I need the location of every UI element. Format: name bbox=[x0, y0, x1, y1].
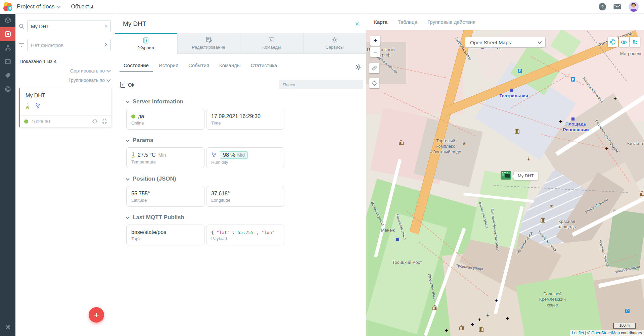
map-canvas[interactable]: P P P + + + + + + + + + + * * Охотный Ря… bbox=[366, 30, 644, 336]
clear-search-icon[interactable]: × bbox=[104, 23, 108, 29]
param-card-time: 17.09.2021 16:29:30 Time bbox=[206, 109, 284, 130]
subtab-state[interactable]: Состояние bbox=[120, 60, 153, 72]
section-mqtt: Last MQTT Publish base/state/pos Topic {… bbox=[126, 214, 285, 245]
tab-group-actions[interactable]: Групповые действия bbox=[427, 19, 475, 25]
group-by-control[interactable]: Группировать по bbox=[15, 78, 110, 83]
nav-item-hierarchy-icon[interactable] bbox=[0, 41, 15, 55]
filter-box[interactable]: Нет фильтров bbox=[27, 39, 111, 51]
help-icon[interactable]: ? bbox=[599, 3, 606, 10]
tab-table[interactable]: Таблица bbox=[398, 19, 417, 25]
group-marker-icon[interactable] bbox=[630, 37, 640, 47]
tab-journal[interactable]: Журнал bbox=[115, 33, 177, 54]
param-badge: Min bbox=[158, 152, 166, 158]
church-cross-icon: + bbox=[495, 298, 498, 303]
user-avatar[interactable] bbox=[629, 2, 639, 12]
state-icon: # bbox=[120, 82, 125, 88]
device-marker[interactable]: My DHT bbox=[500, 171, 538, 181]
map-panel: Карта Таблица Групповые действия bbox=[366, 13, 644, 336]
museum-icon bbox=[432, 307, 437, 310]
section-title: Last MQTT Publish bbox=[133, 214, 184, 221]
param-value: 27.5 °C bbox=[138, 152, 156, 158]
tab-edit[interactable]: Редактирование bbox=[177, 33, 240, 54]
section-header[interactable]: Position (JSON) bbox=[126, 176, 285, 182]
tab-label: Журнал bbox=[138, 45, 154, 50]
terminal-icon bbox=[268, 37, 275, 43]
subtabs-settings-gear-icon[interactable] bbox=[355, 64, 361, 72]
chevron-down-icon bbox=[126, 177, 129, 180]
locate-icon[interactable] bbox=[369, 78, 379, 88]
zoom-in-button[interactable]: + bbox=[370, 36, 380, 46]
tab-commands[interactable]: Команды bbox=[240, 33, 303, 54]
church-cross-icon: + bbox=[486, 312, 490, 318]
param-card-latitude: 55.755° Latitude bbox=[126, 186, 204, 207]
ruler-icon[interactable] bbox=[369, 63, 379, 73]
project-selector[interactable]: Project of docs bbox=[17, 3, 60, 10]
search-icon bbox=[19, 23, 25, 29]
close-icon[interactable]: × bbox=[355, 20, 359, 27]
device-state-row: # Ok bbox=[120, 80, 363, 89]
tab-map[interactable]: Карта bbox=[374, 19, 387, 25]
object-search-input[interactable] bbox=[28, 23, 110, 29]
param-value: 55.755° bbox=[131, 191, 150, 197]
chevron-down-icon bbox=[126, 215, 129, 219]
osm-link[interactable]: OpenStreetMap bbox=[591, 331, 620, 335]
state-search-input[interactable] bbox=[279, 80, 363, 89]
menu-objects[interactable]: Объекты bbox=[71, 4, 93, 10]
device-chip-icon bbox=[500, 171, 512, 181]
online-dot bbox=[131, 114, 135, 118]
zoom-out-button[interactable]: − bbox=[370, 47, 380, 57]
marker-tooltip: My DHT bbox=[514, 172, 538, 180]
thermometer-icon bbox=[26, 103, 30, 109]
detail-main-tabs: Журнал Редактирование Команды Сервисы bbox=[115, 33, 366, 54]
param-card-temperature: 27.5 °C Min Temperature bbox=[126, 147, 204, 168]
device-card[interactable]: My DHT 16:29:30 bbox=[19, 88, 111, 127]
param-value: 37.618° bbox=[211, 191, 230, 197]
nav-item-code-icon[interactable] bbox=[0, 55, 15, 68]
sort-by-control[interactable]: Сортировать по bbox=[15, 68, 110, 74]
church-cross-icon: + bbox=[478, 317, 481, 323]
parking-icon: P bbox=[625, 309, 630, 313]
project-title: Project of docs bbox=[17, 3, 54, 10]
chevron-right-icon bbox=[103, 42, 107, 47]
tab-services[interactable]: Сервисы bbox=[303, 33, 366, 54]
locate-device-icon[interactable] bbox=[92, 118, 98, 124]
subtab-statistics[interactable]: Статистика bbox=[247, 60, 281, 72]
param-label: Latitude bbox=[131, 198, 199, 203]
provider-value: Open Street Maps bbox=[470, 40, 511, 45]
param-label: Payload bbox=[211, 236, 279, 241]
param-card-payload: {"lat": 55.755, "lon" Payload bbox=[206, 225, 284, 245]
nav-item-tag-icon[interactable] bbox=[0, 68, 15, 82]
leaflet-link[interactable]: Leaflet bbox=[572, 331, 584, 335]
tab-label: Сервисы bbox=[325, 45, 343, 50]
nav-item-cube-icon[interactable] bbox=[0, 13, 15, 27]
nav-item-objects-icon[interactable] bbox=[0, 27, 15, 41]
rightech-logo[interactable]: R bbox=[0, 2, 15, 12]
nav-item-globe-icon[interactable] bbox=[0, 82, 15, 96]
device-detail-panel: My DHT × Журнал Редактирование Команды С… bbox=[115, 13, 366, 336]
subtab-history[interactable]: История bbox=[155, 60, 182, 72]
param-label: Topic bbox=[131, 236, 199, 241]
services-icon bbox=[331, 37, 338, 43]
section-header[interactable]: Params bbox=[126, 137, 285, 144]
visibility-icon[interactable] bbox=[619, 37, 629, 47]
subtab-commands[interactable]: Команды bbox=[215, 60, 245, 72]
nav-item-tools-icon[interactable] bbox=[0, 320, 15, 334]
param-value: 17.09.2021 16:29:30 bbox=[211, 113, 261, 119]
layers-target-icon[interactable] bbox=[608, 37, 618, 47]
map-provider-select[interactable]: Open Street Maps bbox=[465, 37, 546, 48]
focus-collapse-icon[interactable] bbox=[102, 118, 107, 124]
chevron-down-icon bbox=[126, 138, 129, 142]
add-object-button[interactable]: + bbox=[89, 307, 104, 323]
param-card-topic: base/state/pos Topic bbox=[126, 225, 204, 245]
humidity-icon bbox=[211, 152, 217, 158]
detail-title: My DHT bbox=[123, 20, 358, 28]
param-label: Longitude bbox=[211, 198, 279, 203]
mail-icon[interactable] bbox=[613, 4, 621, 9]
subtab-events[interactable]: События bbox=[184, 60, 213, 72]
section-header[interactable]: Last MQTT Publish bbox=[126, 214, 285, 221]
section-header[interactable]: Server information bbox=[126, 98, 285, 105]
detail-subtabs: Состояние История События Команды Статис… bbox=[120, 60, 361, 72]
shown-count: Показано 1 из 4 bbox=[19, 58, 111, 64]
church-cross-icon: + bbox=[506, 316, 509, 321]
landmark-icon: * bbox=[463, 141, 466, 148]
